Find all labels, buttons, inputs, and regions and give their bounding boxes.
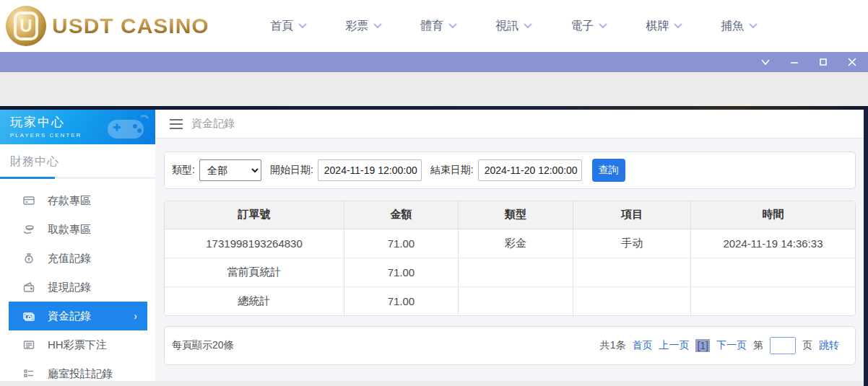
sidebar-item-label: 資金記錄 bbox=[48, 310, 91, 323]
next-page-link[interactable]: 下一页 bbox=[716, 339, 747, 352]
cell-order: 總統計 bbox=[165, 286, 344, 315]
ticket-list-icon bbox=[23, 339, 36, 351]
prev-page-link[interactable]: 上一页 bbox=[659, 339, 689, 352]
nav-item-lottery[interactable]: 彩票 bbox=[326, 19, 402, 34]
cell-time: 2024-11-19 14:36:33 bbox=[690, 229, 855, 258]
sidebar-item-label: 取款專區 bbox=[48, 223, 91, 237]
nav-label: 電子 bbox=[570, 19, 594, 34]
sidebar-item-label: 廳室投註記錄 bbox=[48, 367, 113, 381]
type-select[interactable]: 全部 bbox=[199, 159, 261, 181]
sidebar-item-label: 存款專區 bbox=[48, 194, 91, 208]
table-row-page-total: 當前頁統計 71.00 bbox=[165, 258, 855, 286]
cell-order: 1731998193264830 bbox=[165, 229, 344, 258]
start-date-input[interactable] bbox=[318, 159, 422, 181]
end-date-input[interactable] bbox=[478, 159, 582, 181]
banknote-icon bbox=[23, 310, 36, 322]
content-header: 資金記錄 bbox=[155, 110, 864, 139]
window-gap-strip bbox=[0, 72, 868, 106]
sidebar-item-hh-lottery-bets[interactable]: HH彩票下注 bbox=[0, 330, 155, 359]
brand-logo[interactable]: U USDT CASINO bbox=[6, 6, 209, 46]
records-table-panel: 訂單號 金額 類型 項目 時間 1731998193264830 71.00 彩… bbox=[164, 201, 856, 316]
chevron-down-icon bbox=[599, 23, 607, 29]
pager: 共1条 首页 上一页 [1] 下一页 第 页 跳转 bbox=[600, 337, 839, 354]
nav-item-live[interactable]: 視訊 bbox=[477, 19, 552, 34]
first-page-link[interactable]: 首页 bbox=[632, 339, 652, 352]
finance-center-label: 財務中心 bbox=[10, 154, 145, 170]
jump-button[interactable]: 跳转 bbox=[819, 339, 839, 352]
table-header-row: 訂單號 金額 類型 項目 時間 bbox=[165, 201, 855, 229]
cell-type bbox=[458, 286, 573, 315]
search-button[interactable]: 查詢 bbox=[592, 159, 625, 182]
logo-letter: U bbox=[14, 12, 38, 40]
finance-center-section: 財務中心 bbox=[0, 144, 155, 170]
nav-item-slots[interactable]: 電子 bbox=[552, 19, 627, 34]
brand-name: USDT CASINO bbox=[52, 14, 209, 38]
records-list-icon bbox=[23, 368, 36, 380]
cell-item bbox=[573, 286, 691, 315]
window-bottom-strip bbox=[0, 381, 864, 386]
chevron-down-icon bbox=[448, 23, 457, 29]
col-header-amount: 金額 bbox=[344, 201, 459, 229]
nav-item-home[interactable]: 首頁 bbox=[251, 19, 326, 34]
wallet-icon bbox=[23, 281, 36, 293]
col-header-time: 時間 bbox=[690, 201, 855, 229]
sidebar-item-deposit-area[interactable]: 存款專區 bbox=[0, 186, 155, 215]
hamburger-menu-icon[interactable] bbox=[170, 119, 183, 129]
nav-item-fishing[interactable]: 捕魚 bbox=[702, 19, 777, 34]
window-minimize-icon[interactable] bbox=[789, 56, 800, 68]
table-row-grand-total: 總統計 71.00 bbox=[165, 286, 855, 315]
app-area: 玩家中心 PLAYERS CENTER 財務中心 存款專區 bbox=[0, 110, 864, 381]
nav-item-poker[interactable]: 棋牌 bbox=[627, 19, 702, 34]
current-page-indicator[interactable]: [1] bbox=[695, 339, 710, 352]
window-maximize-icon[interactable] bbox=[817, 56, 829, 68]
type-label: 類型: bbox=[172, 164, 195, 177]
window-close-icon[interactable] bbox=[846, 56, 858, 68]
jump-prefix-text: 第 bbox=[753, 339, 763, 352]
nav-label: 彩票 bbox=[345, 19, 368, 34]
page-size-text: 每頁顯示20條 bbox=[172, 339, 234, 352]
chevron-down-icon bbox=[749, 23, 758, 29]
sidebar-item-label: HH彩票下注 bbox=[48, 338, 107, 352]
nav-item-sports[interactable]: 體育 bbox=[402, 19, 477, 34]
records-table: 訂單號 金額 類型 項目 時間 1731998193264830 71.00 彩… bbox=[165, 201, 855, 315]
cell-type: 彩金 bbox=[458, 229, 573, 258]
cell-item: 手动 bbox=[573, 229, 691, 258]
sidebar-item-label: 提現記錄 bbox=[48, 281, 91, 294]
deposit-card-icon bbox=[23, 195, 36, 206]
start-date-label: 開始日期: bbox=[270, 164, 313, 177]
cell-item bbox=[573, 258, 691, 286]
sidebar-item-recharge-record[interactable]: 充值記錄 bbox=[0, 244, 155, 273]
cell-amount: 71.00 bbox=[344, 229, 459, 258]
sidebar-menu: 存款專區 取款專區 充值記錄 提現記錄 bbox=[0, 186, 155, 386]
nav-label: 首頁 bbox=[270, 19, 293, 34]
filter-panel: 類型: 全部 開始日期: 結束日期: 查詢 bbox=[164, 152, 856, 189]
pagination-panel: 每頁顯示20條 共1条 首页 上一页 [1] 下一页 第 页 跳转 bbox=[164, 326, 856, 365]
site-header: U USDT CASINO 首頁 彩票 體育 視訊 電子 棋牌 捕魚 bbox=[0, 0, 868, 52]
chevron-down-icon bbox=[524, 23, 532, 29]
window-frame-right bbox=[864, 110, 868, 386]
col-header-type: 類型 bbox=[458, 201, 573, 229]
section-underline bbox=[0, 177, 155, 179]
chevron-down-icon bbox=[674, 23, 682, 29]
sidebar-item-fund-record[interactable]: 資金記錄 › bbox=[9, 302, 147, 330]
jump-suffix-text: 页 bbox=[802, 339, 812, 352]
cell-amount: 71.00 bbox=[344, 286, 459, 315]
sidebar-item-withdraw-record[interactable]: 提現記錄 bbox=[0, 273, 155, 302]
withdraw-hand-icon bbox=[23, 224, 36, 235]
window-chevron-down-icon[interactable] bbox=[760, 56, 771, 68]
sidebar-item-label: 充值記錄 bbox=[48, 252, 91, 266]
moneybag-icon bbox=[23, 253, 36, 264]
nav-label: 體育 bbox=[420, 19, 443, 34]
cell-type bbox=[458, 258, 573, 286]
main-content: 資金記錄 類型: 全部 開始日期: 結束日期: 查詢 訂單號 bbox=[155, 110, 864, 381]
end-date-label: 結束日期: bbox=[430, 164, 474, 177]
total-count-text: 共1条 bbox=[600, 339, 626, 352]
gamepad-icon bbox=[97, 113, 151, 144]
chevron-right-icon: › bbox=[134, 310, 137, 322]
jump-page-input[interactable] bbox=[770, 337, 796, 354]
section-underline-active bbox=[0, 177, 55, 179]
cell-time bbox=[690, 258, 855, 286]
nav-label: 棋牌 bbox=[646, 19, 669, 34]
sidebar-item-withdraw-area[interactable]: 取款專區 bbox=[0, 215, 155, 244]
main-nav: 首頁 彩票 體育 視訊 電子 棋牌 捕魚 bbox=[251, 19, 777, 34]
